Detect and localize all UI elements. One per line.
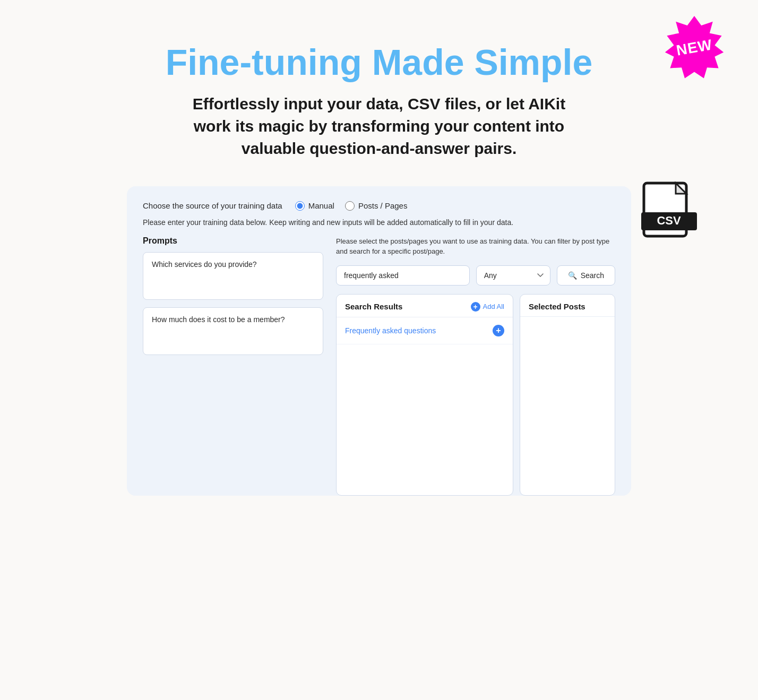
new-badge-text: NEW [675,36,714,59]
search-button-label: Search [581,271,604,280]
svg-text:CSV: CSV [657,214,681,227]
radio-manual-label: Manual [308,201,334,210]
selected-panel-header: Selected Posts [520,295,615,317]
search-input-wrap [336,265,470,286]
header-section: Fine-tuning Made Simple Effortlessly inp… [42,32,716,160]
post-type-select[interactable]: Any Post Page [476,265,550,286]
search-button[interactable]: 🔍 Search [557,265,615,286]
new-badge-star: NEW [662,16,726,80]
source-row: Choose the source of your training data … [143,201,615,211]
radio-manual[interactable]: Manual [295,201,334,211]
csv-icon: CSV [641,180,700,246]
result-add-button[interactable]: + [493,325,504,336]
add-all-button[interactable]: + Add All [471,302,504,312]
search-row: Any Post Page 🔍 Search [336,265,615,286]
posts-help-text: Please select the posts/pages you want t… [336,236,615,257]
search-input[interactable] [336,265,470,286]
training-section: Choose the source of your training data … [127,186,631,496]
result-item: Frequently asked questions + [337,317,513,344]
help-text: Please enter your training data below. K… [143,218,615,227]
csv-file-svg: CSV [641,180,700,244]
selected-panel: Selected Posts [520,294,615,496]
page-wrapper: NEW CSV Fine-tuning Made Simple Effortle… [0,0,758,700]
subtitle: Effortlessly input your data, CSV files,… [172,93,586,160]
radio-manual-input[interactable] [295,201,305,211]
prompts-panel: Prompts [143,236,323,496]
radio-posts-pages[interactable]: Posts / Pages [345,201,408,211]
results-panel-header: Search Results + Add All [337,295,513,317]
radio-posts-pages-input[interactable] [345,201,355,211]
selected-title: Selected Posts [529,302,585,311]
results-selected-row: Search Results + Add All Frequently aske… [336,294,615,496]
prompts-title: Prompts [143,236,323,246]
posts-panel: Please select the posts/pages you want t… [323,236,615,496]
prompt2-input[interactable] [143,307,323,355]
main-title: Fine-tuning Made Simple [42,42,716,82]
search-icon: 🔍 [568,271,577,280]
prompt1-input[interactable] [143,252,323,300]
new-badge: NEW [662,16,726,80]
two-panel: Prompts Please select the posts/pages yo… [143,236,615,496]
radio-group: Manual Posts / Pages [295,201,408,211]
source-label: Choose the source of your training data [143,201,282,210]
results-panel: Search Results + Add All Frequently aske… [336,294,513,496]
radio-posts-pages-label: Posts / Pages [358,201,408,210]
result-item-link[interactable]: Frequently asked questions [345,326,436,335]
add-all-plus-icon: + [471,302,480,312]
results-title: Search Results [345,302,402,311]
add-all-label: Add All [483,303,504,310]
